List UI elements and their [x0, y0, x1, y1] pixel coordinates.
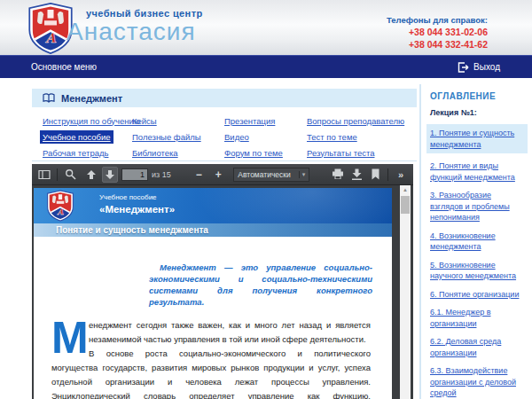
zoom-out-icon: − — [196, 168, 202, 181]
toc-item-6-3[interactable]: 6.3. Взаимодействие организации с делово… — [426, 365, 528, 399]
toolbar-divider — [387, 168, 388, 181]
toc-item-4[interactable]: 4. Возникновение менеджмента — [426, 231, 528, 253]
double-chevron-icon: » — [398, 169, 403, 180]
toc-item-5[interactable]: 5. Возникновение научного менеджмента — [426, 260, 528, 282]
definition-paragraph: Менеджмент — это управление социально-эк… — [149, 262, 372, 308]
previous-page-button[interactable] — [83, 167, 99, 183]
main-menu-link[interactable]: Основное меню — [31, 62, 97, 72]
course-link-topic-test[interactable]: Тест по теме — [304, 130, 360, 144]
sidebar-toggle-button[interactable] — [36, 167, 52, 183]
course-link-instructions[interactable]: Инструкция по обучению — [40, 114, 143, 128]
zoom-in-button[interactable]: + — [210, 167, 226, 183]
page-number-input[interactable] — [121, 168, 148, 181]
svg-text:А: А — [45, 30, 57, 46]
body-paragraph-2: В основе роста социально-экономического … — [51, 347, 371, 399]
pdf-scrollbar[interactable]: ▲ — [400, 185, 411, 399]
zoom-out-button[interactable]: − — [191, 167, 207, 183]
contact-phones: Телефоны для справок: +38 044 331-02-06 … — [387, 15, 488, 50]
chevron-down-icon: ▾ — [299, 171, 306, 178]
course-link-cases[interactable]: Кейсы — [129, 114, 160, 128]
toolbar-divider — [57, 168, 58, 181]
course-link-test-results[interactable]: Результаты теста — [304, 146, 377, 160]
top-menubar: Основное меню Выход — [0, 55, 532, 78]
download-button[interactable] — [348, 167, 364, 183]
course-title: Менеджмент — [61, 93, 122, 104]
bookmark-button[interactable] — [367, 167, 383, 183]
course-link-useful-files[interactable]: Полезные файлы — [129, 130, 204, 144]
page-down-icon — [105, 169, 115, 180]
toc-sidebar: ОГЛАВЛЕНИЕ Лекция №1: 1. Понятие и сущно… — [430, 91, 528, 399]
links-divider — [32, 160, 417, 161]
pdf-viewer: из 15 − + Автоматически ▾ — [32, 164, 413, 399]
course-link-topic-forum[interactable]: Форум по теме — [222, 146, 286, 160]
toc-item-3[interactable]: 3. Разнообразие взглядов и проблемы непо… — [426, 190, 528, 223]
toc-item-6[interactable]: 6. Понятие организации — [426, 289, 528, 301]
toc-lecture-label: Лекция №1: — [430, 108, 528, 117]
svg-text:А: А — [57, 207, 64, 216]
document-banner: А Учебное пособие «Менеджмент» — [34, 188, 392, 223]
drop-cap: М — [51, 318, 89, 359]
document-banner-text: Учебное пособие «Менеджмент» — [99, 193, 175, 215]
more-tools-button[interactable]: » — [393, 167, 409, 183]
print-button[interactable] — [330, 167, 346, 183]
download-icon — [351, 168, 363, 180]
course-section-header: Менеджмент — [32, 89, 417, 107]
body-paragraph-1: енеджмент сегодня также важен, как и мно… — [51, 318, 371, 347]
brand-block: учебный бизнес центр Анастасия — [66, 8, 203, 45]
zoom-in-icon: + — [215, 168, 222, 181]
book-icon — [43, 93, 55, 103]
phone-number-2: +38 044 332-41-62 — [387, 39, 488, 50]
search-icon — [65, 168, 76, 180]
site-header: А учебный бизнес центр Анастасия Телефон… — [0, 0, 532, 55]
pdf-toolbar: из 15 − + Автоматически ▾ — [32, 164, 413, 185]
toc-heading: ОГЛАВЛЕНИЕ — [430, 91, 528, 101]
find-button[interactable] — [62, 167, 78, 183]
main-content: Менеджмент Инструкция по обучению Кейсы … — [32, 89, 417, 160]
pdf-document-area: А Учебное пособие «Менеджмент» Понятие и… — [32, 185, 413, 399]
bookmark-icon — [371, 168, 380, 180]
next-page-button[interactable] — [102, 167, 118, 183]
document-subtitle: Учебное пособие — [99, 193, 175, 201]
course-link-library[interactable]: Библиотека — [129, 146, 181, 160]
course-links-grid: Инструкция по обучению Кейсы Презентация… — [32, 113, 417, 160]
toc-item-1[interactable]: 1. Понятие и сущность менеджмента — [426, 124, 528, 153]
scrollbar-thumb[interactable] — [401, 196, 410, 214]
course-link-workbook[interactable]: Рабочая тетрадь — [40, 146, 111, 160]
chapter-title-bar: Понятие и сущность менеджмента — [34, 223, 392, 237]
exit-icon — [458, 62, 469, 73]
logout-label: Выход — [473, 62, 500, 72]
pdf-page: А Учебное пособие «Менеджмент» Понятие и… — [34, 188, 392, 399]
page-up-icon — [86, 169, 97, 180]
course-link-presentation[interactable]: Презентация — [222, 114, 278, 128]
brand-name: Анастасия — [66, 19, 203, 45]
phones-label: Телефоны для справок: — [387, 15, 488, 25]
zoom-mode-value: Автоматически — [238, 170, 290, 179]
course-link-teacher-questions[interactable]: Вопросы преподавателю — [304, 114, 407, 128]
logout-button[interactable]: Выход — [458, 62, 500, 73]
toc-item-2[interactable]: 2. Понятие и виды функций менеджмента — [426, 160, 528, 183]
document-logo-shield-icon: А — [46, 190, 74, 222]
course-link-textbook[interactable]: Учебное пособие — [40, 130, 113, 144]
print-icon — [332, 168, 344, 180]
sidebar-divider — [419, 84, 421, 399]
zoom-mode-select[interactable]: Автоматически ▾ — [233, 168, 309, 182]
scroll-up-icon[interactable]: ▲ — [400, 185, 411, 192]
page-count-label: из 15 — [152, 170, 171, 179]
sidebar-toggle-icon — [38, 169, 51, 180]
toc-item-6-2[interactable]: 6.2. Деловая среда организации — [426, 336, 528, 358]
document-title: «Менеджмент» — [99, 204, 175, 215]
document-body-text: М енеджмент сегодня также важен, как и м… — [51, 318, 371, 399]
toc-item-6-1[interactable]: 6.1. Менеджер в организации — [426, 307, 528, 329]
phone-number-1: +38 044 331-02-06 — [387, 27, 488, 37]
course-link-video[interactable]: Видео — [222, 130, 252, 144]
